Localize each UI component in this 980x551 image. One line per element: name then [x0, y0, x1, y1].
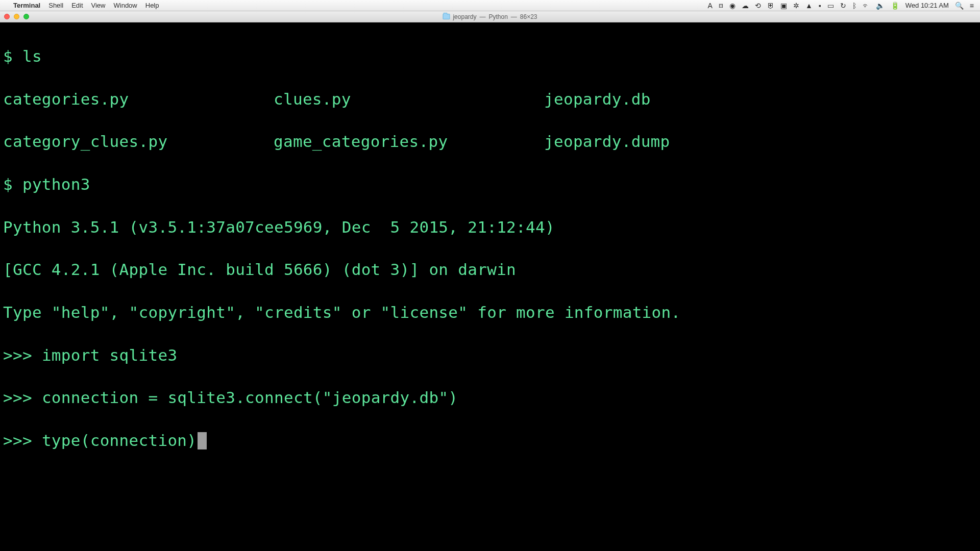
menu-help[interactable]: Help	[145, 2, 159, 9]
text-cursor	[198, 432, 207, 449]
window-title: jeopardy — Python — 86×23	[443, 13, 537, 20]
app-menu[interactable]: Terminal	[13, 2, 40, 9]
menu-extra-icon[interactable]: ▪	[819, 2, 821, 10]
title-sep1: —	[479, 13, 485, 20]
menu-edit[interactable]: Edit	[71, 2, 83, 9]
python-banner-line: Type "help", "copyright", "credits" or "…	[3, 302, 977, 323]
box-icon[interactable]: ▣	[780, 2, 787, 10]
flame-icon[interactable]: ▲	[805, 2, 813, 10]
display-icon[interactable]: ▭	[827, 2, 834, 10]
adobe-icon[interactable]: A	[708, 2, 713, 10]
shell-prompt: $	[3, 175, 13, 193]
menu-window[interactable]: Window	[114, 2, 137, 9]
python-prompt: >>>	[3, 346, 32, 364]
terminal-content[interactable]: $ ls categories.pyclues.pyjeopardy.db ca…	[0, 22, 980, 551]
ls-file: jeopardy.db	[544, 89, 977, 110]
battery-icon[interactable]: 🔋	[891, 2, 899, 10]
timemachine-icon[interactable]: ↻	[840, 2, 846, 10]
fan-icon[interactable]: ✲	[793, 2, 799, 10]
ls-file: category_clues.py	[3, 131, 274, 153]
menu-view[interactable]: View	[91, 2, 106, 9]
menubar-clock[interactable]: Wed 10:21 AM	[905, 2, 949, 9]
window-close-button[interactable]	[4, 14, 10, 19]
python-banner-line: Python 3.5.1 (v3.5.1:37a07cee5969, Dec 5…	[3, 217, 977, 238]
dropbox-icon[interactable]: ⧈	[719, 1, 723, 10]
python-prompt: >>>	[3, 431, 32, 449]
volume-icon[interactable]: 🔈	[876, 2, 885, 10]
python-prompt: >>>	[3, 388, 32, 407]
title-process: Python	[488, 13, 507, 20]
window-titlebar: jeopardy — Python — 86×23	[0, 11, 980, 22]
python-input-line: type(connection)	[42, 431, 197, 449]
window-minimize-button[interactable]	[14, 14, 19, 19]
ls-output-row: category_clues.pygame_categories.pyjeopa…	[3, 131, 977, 153]
ls-output-row: categories.pyclues.pyjeopardy.db	[3, 89, 977, 110]
title-folder: jeopardy	[453, 13, 476, 20]
ls-file: clues.py	[274, 89, 544, 110]
title-sep2: —	[511, 13, 517, 20]
ls-file: categories.py	[3, 89, 274, 110]
shield-icon[interactable]: ⛨	[767, 2, 774, 10]
python-banner-line: [GCC 4.2.1 (Apple Inc. build 5666) (dot …	[3, 259, 977, 281]
menu-shell[interactable]: Shell	[48, 2, 63, 9]
cmd-python: python3	[22, 175, 90, 193]
title-size: 86×23	[520, 13, 537, 20]
evernote-icon[interactable]: ◉	[729, 2, 736, 10]
spotlight-icon[interactable]: 🔍	[955, 2, 964, 10]
macos-menubar: Terminal Shell Edit View Window Help A ⧈…	[0, 0, 980, 11]
sync-icon[interactable]: ⟲	[755, 2, 761, 10]
python-input-line: import sqlite3	[42, 346, 178, 364]
window-zoom-button[interactable]	[23, 14, 29, 19]
folder-icon	[443, 14, 450, 19]
cmd-ls: ls	[22, 47, 42, 65]
notification-center-icon[interactable]: ≡	[970, 2, 974, 10]
wifi-icon[interactable]: ᯤ	[863, 2, 870, 10]
python-input-line: connection = sqlite3.connect("jeopardy.d…	[42, 388, 458, 407]
ls-file: game_categories.py	[274, 131, 544, 153]
shell-prompt: $	[3, 47, 13, 65]
cloud-icon[interactable]: ☁	[742, 2, 749, 10]
bluetooth-icon[interactable]: ᛒ	[852, 2, 856, 10]
ls-file: jeopardy.dump	[544, 131, 977, 153]
window-traffic-lights	[4, 14, 29, 19]
